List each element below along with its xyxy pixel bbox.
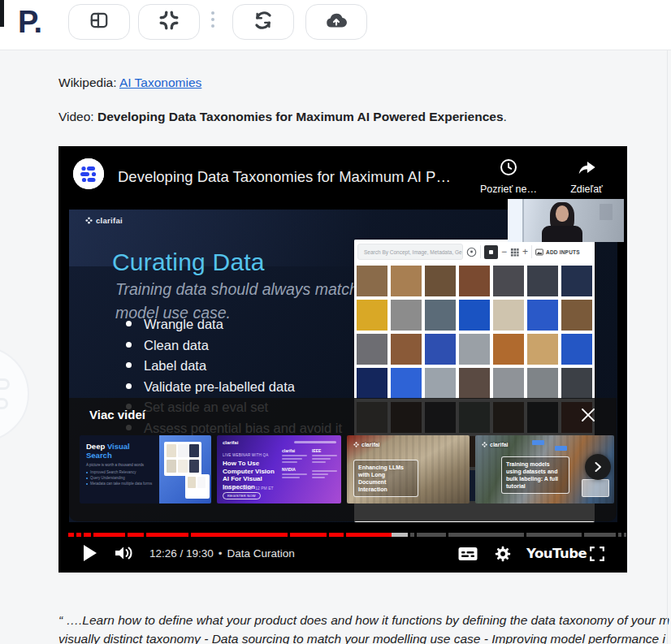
progress-segment-played: [128, 533, 144, 537]
ghost-glyph: [0, 378, 10, 390]
youtube-logo[interactable]: YouTube: [526, 546, 587, 561]
play-button[interactable]: [80, 542, 101, 564]
app-logo[interactable]: P.: [18, 5, 41, 40]
platform-grid-image: [527, 368, 558, 399]
clarifai-logo-icon: [73, 158, 104, 189]
wikipedia-link[interactable]: AI Taxonomies: [119, 76, 201, 89]
quote-line-2: visually distinct taxonomy - Data sourci…: [58, 629, 671, 644]
platform-grid-image: [493, 334, 524, 365]
upload-button[interactable]: [305, 4, 367, 40]
volume-button[interactable]: [112, 543, 135, 563]
slide-title: Curating Data: [112, 249, 265, 276]
thumbnail-point: Metadata can take multiple data forms: [86, 481, 161, 486]
platform-grid-image: [425, 334, 456, 365]
cloud-upload-icon: [324, 10, 348, 34]
volume-icon: [113, 543, 134, 563]
platform-mode-icon: [484, 245, 498, 259]
platform-grid-image: [391, 300, 422, 331]
more-videos-title: Viac videí: [89, 408, 145, 421]
video-thumbnail-llm[interactable]: clarifai Enhancing LLMs with Long Docume…: [347, 435, 470, 504]
quote-line-1: “ ….Learn how to define what your produc…: [58, 611, 671, 629]
toolbar-separator: [480, 245, 481, 258]
detection-label-chip: [532, 440, 544, 445]
fullscreen-button[interactable]: [587, 543, 608, 564]
progress-segment-played: [290, 533, 327, 537]
progress-segment-played: [84, 533, 91, 537]
platform-grid-image: [425, 266, 456, 296]
platform-grid-image: [357, 266, 387, 296]
progress-segment-played: [346, 533, 392, 537]
progress-segment-rest: [624, 533, 626, 537]
watch-later-button[interactable]: Pozrieť ne…: [470, 158, 548, 195]
share-label: Zdieľať: [564, 184, 609, 195]
clock-icon: [499, 158, 518, 177]
webinar-partners: clarifai IEEE NVIDIA: [282, 448, 337, 478]
video-thumbnail-deep-visual-search[interactable]: Deep Visual Search A picture is worth a …: [80, 435, 211, 504]
wikipedia-paragraph: Wikipedia: AI Taxonomies: [58, 76, 201, 90]
progress-segment-rest: [584, 533, 616, 537]
add-image-icon: [535, 249, 543, 256]
settings-button[interactable]: [492, 543, 513, 564]
zoom-out-icon: −: [501, 247, 507, 257]
watch-later-label: Pozrieť ne…: [470, 184, 548, 195]
progress-segment-rest: [417, 533, 446, 537]
detection-label-chip: [555, 446, 567, 451]
platform-grid-image: [561, 334, 592, 365]
grid-view-icon: [510, 248, 519, 257]
share-button[interactable]: Zdieľať: [564, 158, 609, 195]
slide-brand: clarifai: [85, 216, 123, 225]
presenter-face: [556, 205, 569, 222]
platform-grid-image: [493, 300, 524, 331]
sync-button[interactable]: [232, 4, 294, 40]
platform-grid-image: [527, 300, 558, 331]
platform-grid-image: [493, 266, 524, 296]
webcam-window: [508, 199, 524, 242]
channel-avatar[interactable]: [73, 158, 104, 189]
platform-grid-image: [459, 266, 490, 296]
platform-grid-image: [391, 334, 422, 365]
platform-grid-image: [561, 266, 592, 296]
captions-button[interactable]: [457, 545, 479, 563]
platform-search-input: Search By Concept, Image, Metadata, Geol…: [357, 244, 463, 260]
progress-segment-gap: [58, 533, 68, 537]
panel-layout-button[interactable]: [68, 4, 130, 40]
platform-grid-image: [391, 266, 422, 296]
app-header: P.: [0, 0, 671, 50]
progress-segment-played: [191, 533, 288, 537]
next-videos-button[interactable]: [585, 454, 611, 480]
play-icon: [82, 544, 98, 562]
platform-grid-image: [391, 368, 422, 399]
more-videos-overlay: Viac videí Deep Visual Search A picture …: [69, 398, 617, 521]
slide-bullet: Clean data: [126, 338, 342, 359]
progress-segment-played: [146, 533, 188, 537]
player-video-title[interactable]: Developing Data Taxonomies for Maximum A…: [118, 168, 475, 186]
close-icon: [579, 406, 597, 424]
share-arrow-icon: [576, 158, 597, 177]
slide-bullet: Validate pre-labelled data: [126, 379, 342, 400]
clarifai-flower-icon: [353, 442, 359, 447]
captions-icon: [457, 546, 478, 562]
platform-grid-image: [561, 300, 592, 331]
wikipedia-prefix: Wikipedia:: [58, 76, 119, 89]
youtube-player[interactable]: Developing Data Taxonomies for Maximum A…: [58, 146, 627, 573]
thumbnail-banner-strip: [294, 441, 336, 443]
contract-button[interactable]: [138, 4, 200, 40]
sync-icon: [253, 10, 274, 34]
presenter-webcam: [508, 199, 624, 242]
clarifai-flower-icon: [85, 217, 93, 224]
toolbar-divider-dots: [211, 11, 214, 28]
toolbar-separator: [531, 245, 532, 258]
video-thumbnail-webinar[interactable]: clarifai LIVE WEBINAR WITH QA How To Use…: [217, 435, 341, 504]
progress-segment-rest: [526, 533, 582, 537]
progress-bar[interactable]: [58, 533, 627, 537]
close-overlay-button[interactable]: [579, 406, 597, 424]
progress-segment-played: [93, 533, 125, 537]
webcam-background-frame: [600, 204, 613, 220]
chapter-title: Data Curation: [227, 547, 295, 560]
video-title-text: Developing Data Taxonomies for Maximum A…: [97, 110, 504, 123]
add-inputs-button: ADD INPUTS: [535, 249, 580, 256]
platform-search-placeholder: Search By Concept, Image, Metadata, Geol…: [364, 249, 463, 255]
chevron-right-icon: [592, 461, 604, 473]
window-corner-strip: [0, 0, 4, 27]
progress-segment-buffer: [392, 533, 408, 537]
